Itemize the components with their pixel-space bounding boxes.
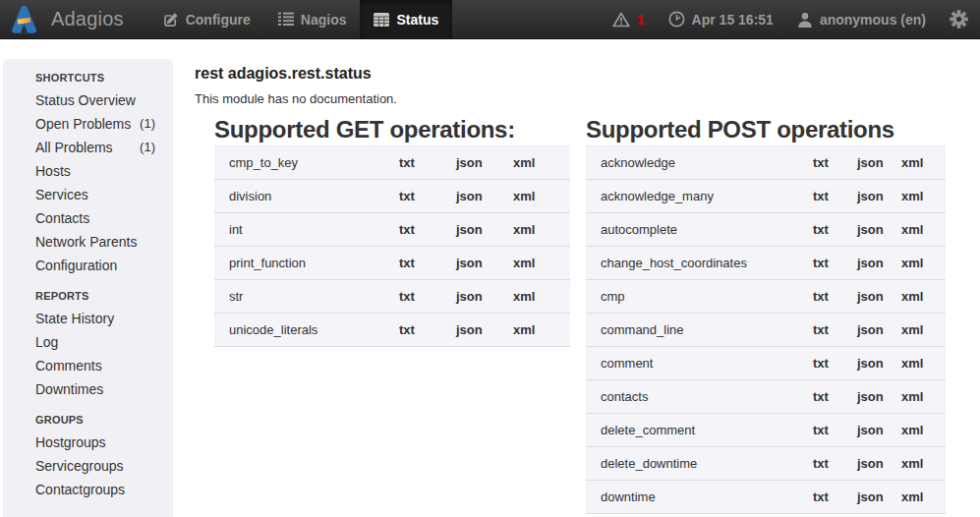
operation-name: acknowledge_many xyxy=(586,180,813,213)
change-host-coordinates-json-link[interactable]: json xyxy=(857,256,884,270)
comment-txt-link[interactable]: txt xyxy=(813,356,829,371)
sidebar-item-hostgroups[interactable]: Hostgroups xyxy=(3,431,173,454)
format-cell: xml xyxy=(513,180,570,213)
format-cell: json xyxy=(456,280,513,314)
autocomplete-xml-link[interactable]: xml xyxy=(901,222,923,237)
settings-button[interactable] xyxy=(950,10,968,29)
contacts-txt-link[interactable]: txt xyxy=(813,389,829,404)
sidebar-item-contacts[interactable]: Contacts xyxy=(3,206,173,230)
user-menu[interactable]: anonymous (en) xyxy=(797,12,926,28)
format-cell: json xyxy=(857,414,901,447)
int-json-link[interactable]: json xyxy=(456,222,483,237)
str-txt-link[interactable]: txt xyxy=(399,289,415,304)
cmp-to-key-json-link[interactable]: json xyxy=(456,155,483,170)
sidebar-item-servicegroups[interactable]: Servicegroups xyxy=(3,454,173,478)
print-function-json-link[interactable]: json xyxy=(456,256,483,270)
delete-comment-json-link[interactable]: json xyxy=(857,423,884,437)
acknowledge-json-link[interactable]: json xyxy=(857,155,884,170)
cmp-to-key-xml-link[interactable]: xml xyxy=(513,155,535,170)
downtime-txt-link[interactable]: txt xyxy=(813,489,829,504)
table-icon xyxy=(374,13,389,27)
nav-item-configure[interactable]: Configure xyxy=(149,0,264,38)
autocomplete-txt-link[interactable]: txt xyxy=(813,222,829,237)
change-host-coordinates-txt-link[interactable]: txt xyxy=(813,256,829,270)
division-txt-link[interactable]: txt xyxy=(399,189,415,203)
sidebar-item-comments[interactable]: Comments xyxy=(3,354,173,377)
comment-json-link[interactable]: json xyxy=(857,356,884,371)
format-cell: txt xyxy=(399,280,456,314)
nav-item-nagios[interactable]: Nagios xyxy=(264,0,361,38)
acknowledge-many-txt-link[interactable]: txt xyxy=(813,189,829,203)
sidebar-item-label: Network Parents xyxy=(35,230,137,254)
sidebar-item-hosts[interactable]: Hosts xyxy=(3,159,173,183)
delete-comment-txt-link[interactable]: txt xyxy=(813,423,829,437)
format-cell: xml xyxy=(513,314,570,347)
sidebar-item-log[interactable]: Log xyxy=(3,330,173,354)
sidebar-item-services[interactable]: Services xyxy=(3,183,173,206)
comment-xml-link[interactable]: xml xyxy=(901,356,923,371)
sidebar-item-count: (1) xyxy=(140,112,155,136)
str-json-link[interactable]: json xyxy=(456,289,483,304)
downtime-json-link[interactable]: json xyxy=(857,489,884,504)
contacts-json-link[interactable]: json xyxy=(857,389,884,404)
nav-item-label: Configure xyxy=(186,12,251,28)
brand-name[interactable]: Adagios xyxy=(51,8,124,30)
delete-downtime-xml-link[interactable]: xml xyxy=(901,456,923,471)
format-cell: json xyxy=(857,481,901,514)
sidebar-item-label: Configuration xyxy=(35,254,117,277)
sidebar-item-downtimes[interactable]: Downtimes xyxy=(3,377,173,401)
datetime-indicator[interactable]: Apr 15 16:51 xyxy=(668,11,774,28)
sidebar-item-open-problems[interactable]: Open Problems(1) xyxy=(3,112,173,136)
int-xml-link[interactable]: xml xyxy=(513,222,535,237)
delete-comment-xml-link[interactable]: xml xyxy=(901,423,923,437)
format-cell: json xyxy=(857,180,901,213)
adagios-logo-icon[interactable] xyxy=(10,4,38,34)
unicode-literals-txt-link[interactable]: txt xyxy=(399,322,415,337)
autocomplete-json-link[interactable]: json xyxy=(857,222,884,237)
sidebar-item-status-overview[interactable]: Status Overview xyxy=(3,88,173,112)
sidebar-item-network-parents[interactable]: Network Parents xyxy=(3,230,173,254)
print-function-xml-link[interactable]: xml xyxy=(513,256,535,270)
division-xml-link[interactable]: xml xyxy=(513,189,535,203)
acknowledge-txt-link[interactable]: txt xyxy=(813,155,829,170)
operation-name: autocomplete xyxy=(586,213,813,247)
command-line-txt-link[interactable]: txt xyxy=(813,322,829,337)
operation-name: change_host_coordinates xyxy=(586,247,813,280)
get-operations-table: cmp_to_keytxtjsonxmldivisiontxtjsonxmlin… xyxy=(214,145,570,347)
sidebar-section-title-shortcuts: SHORTCUTS xyxy=(35,72,155,84)
str-xml-link[interactable]: xml xyxy=(513,289,535,304)
operation-row-acknowledge-many: acknowledge_manytxtjsonxml xyxy=(586,180,946,213)
cmp-xml-link[interactable]: xml xyxy=(901,289,923,304)
cmp-json-link[interactable]: json xyxy=(857,289,884,304)
format-cell: xml xyxy=(513,146,570,180)
sidebar-item-contactgroups[interactable]: Contactgroups xyxy=(3,478,173,501)
int-txt-link[interactable]: txt xyxy=(399,222,415,237)
operation-row-autocomplete: autocompletetxtjsonxml xyxy=(586,213,946,247)
nav-item-label: Nagios xyxy=(301,12,347,28)
command-line-json-link[interactable]: json xyxy=(857,322,884,337)
module-doc-note: This module has no documentation. xyxy=(195,91,980,106)
acknowledge-xml-link[interactable]: xml xyxy=(901,155,923,170)
command-line-xml-link[interactable]: xml xyxy=(901,322,923,337)
cmp-txt-link[interactable]: txt xyxy=(813,289,829,304)
unicode-literals-xml-link[interactable]: xml xyxy=(513,322,535,337)
unicode-literals-json-link[interactable]: json xyxy=(456,322,483,337)
print-function-txt-link[interactable]: txt xyxy=(399,256,415,270)
division-json-link[interactable]: json xyxy=(456,189,483,203)
operation-row-unicode-literals: unicode_literalstxtjsonxml xyxy=(214,314,570,347)
cmp-to-key-txt-link[interactable]: txt xyxy=(399,155,415,170)
delete-downtime-txt-link[interactable]: txt xyxy=(813,456,829,471)
change-host-coordinates-xml-link[interactable]: xml xyxy=(901,256,923,270)
sidebar-item-state-history[interactable]: State History xyxy=(3,307,173,330)
downtime-xml-link[interactable]: xml xyxy=(901,489,923,504)
contacts-xml-link[interactable]: xml xyxy=(901,389,923,404)
nav-item-status[interactable]: Status xyxy=(360,0,452,38)
operation-name: comment xyxy=(586,347,813,380)
acknowledge-many-json-link[interactable]: json xyxy=(857,189,884,203)
sidebar-item-all-problems[interactable]: All Problems(1) xyxy=(3,136,173,159)
sidebar-item-label: Hostgroups xyxy=(35,431,106,454)
acknowledge-many-xml-link[interactable]: xml xyxy=(901,189,923,203)
alerts-indicator[interactable]: 1 xyxy=(612,12,645,28)
delete-downtime-json-link[interactable]: json xyxy=(857,456,884,471)
sidebar-item-configuration[interactable]: Configuration xyxy=(3,254,173,277)
